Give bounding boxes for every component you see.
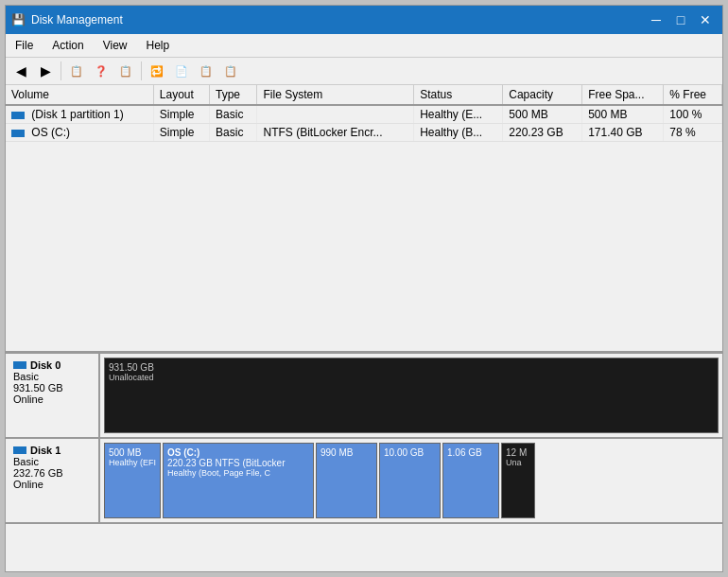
cell-status-1: Healthy (B...	[414, 124, 503, 142]
col-pctfree[interactable]: % Free	[664, 85, 722, 105]
volume-icon-1	[11, 130, 25, 137]
disk-label-1: Disk 1 Basic 232.76 GB Online	[6, 439, 100, 522]
volume-table-pane: Volume Layout Type File System Status Ca…	[6, 85, 722, 354]
cell-volume-1: OS (C:)	[6, 124, 153, 142]
disk-scroll-area[interactable]: Disk 0 Basic 931.50 GB Online 931.50 GB …	[6, 354, 722, 571]
menu-action[interactable]: Action	[43, 36, 93, 55]
toolbar-btn1[interactable]: 📋	[65, 60, 88, 82]
cell-free-0: 500 MB	[582, 105, 664, 124]
table-row[interactable]: OS (C:) Simple Basic NTFS (BitLocker Enc…	[6, 124, 722, 142]
disk-bar-icon-1	[13, 446, 26, 454]
toolbar-btn2[interactable]: ❓	[90, 60, 113, 82]
cell-pct-1: 78 %	[664, 124, 722, 142]
cell-volume-0: (Disk 1 partition 1)	[6, 105, 153, 124]
disk-partitions-0: 931.50 GB Unallocated	[100, 354, 722, 437]
partition-unalloc-0[interactable]: 931.50 GB Unallocated	[104, 358, 719, 433]
toolbar-back[interactable]: ◀	[9, 60, 32, 82]
close-button[interactable]: ✕	[694, 10, 717, 29]
volume-table: Volume Layout Type File System Status Ca…	[6, 85, 722, 142]
table-row[interactable]: (Disk 1 partition 1) Simple Basic Health…	[6, 105, 722, 124]
cell-free-1: 171.40 GB	[582, 124, 664, 142]
menu-help[interactable]: Help	[137, 36, 180, 55]
partition-1gb[interactable]: 1.06 GB	[442, 443, 499, 518]
toolbar-btn3[interactable]: 📋	[114, 60, 137, 82]
main-content: Volume Layout Type File System Status Ca…	[6, 85, 722, 571]
cell-type-1: Basic	[210, 124, 257, 142]
menu-view[interactable]: View	[94, 36, 137, 55]
toolbar-forward[interactable]: ▶	[34, 60, 57, 82]
disk-partitions-1: 500 MB Healthy (EFI OS (C:) 220.23 GB NT…	[100, 439, 722, 522]
toolbar-separator-1	[61, 61, 61, 80]
partition-unalloc-1[interactable]: 12 M Una	[501, 443, 535, 518]
toolbar-btn4[interactable]: 🔁	[146, 60, 168, 82]
disk-bar-icon-0	[13, 361, 26, 369]
disk-label-0: Disk 0 Basic 931.50 GB Online	[6, 354, 100, 437]
col-layout[interactable]: Layout	[153, 85, 209, 105]
cell-layout-0: Simple	[153, 105, 209, 124]
disk-row-1: Disk 1 Basic 232.76 GB Online 500 MB Hea…	[6, 439, 722, 524]
cell-fs-1: NTFS (BitLocker Encr...	[257, 124, 414, 142]
cell-status-0: Healthy (E...	[414, 105, 503, 124]
menu-bar: File Action View Help	[6, 34, 722, 58]
window-title: Disk Management	[31, 13, 123, 26]
col-volume[interactable]: Volume	[6, 85, 153, 105]
partition-990mb[interactable]: 990 MB	[316, 443, 377, 518]
disk-name-1: Disk 1	[13, 445, 91, 456]
toolbar-separator-2	[141, 61, 142, 80]
partition-os-c[interactable]: OS (C:) 220.23 GB NTFS (BitLocker Health…	[163, 443, 314, 518]
partition-10gb[interactable]: 10.00 GB	[379, 443, 441, 518]
toolbar-btn7[interactable]: 📋	[219, 60, 242, 82]
disk-name-0: Disk 0	[13, 359, 91, 371]
col-type[interactable]: Type	[210, 85, 257, 105]
col-free[interactable]: Free Spa...	[582, 85, 664, 105]
disk-view-pane: Disk 0 Basic 931.50 GB Online 931.50 GB …	[6, 354, 722, 571]
cell-layout-1: Simple	[153, 124, 209, 142]
toolbar-btn5[interactable]: 📄	[170, 60, 193, 82]
cell-fs-0	[257, 105, 414, 124]
toolbar: ◀ ▶ 📋 ❓ 📋 🔁 📄 📋 📋	[6, 58, 722, 85]
menu-file[interactable]: File	[6, 36, 43, 55]
col-filesystem[interactable]: File System	[257, 85, 414, 105]
cell-cap-0: 500 MB	[503, 105, 582, 124]
toolbar-btn6[interactable]: 📋	[195, 60, 217, 82]
title-bar: 💾 Disk Management ─ □ ✕	[6, 6, 722, 34]
col-status[interactable]: Status	[414, 85, 503, 105]
maximize-button[interactable]: □	[669, 10, 692, 29]
cell-cap-1: 220.23 GB	[503, 124, 582, 142]
window-icon: 💾	[11, 13, 26, 26]
cell-type-0: Basic	[210, 105, 257, 124]
disk-row-0: Disk 0 Basic 931.50 GB Online 931.50 GB …	[6, 354, 722, 439]
minimize-button[interactable]: ─	[645, 10, 667, 29]
partition-efi-1[interactable]: 500 MB Healthy (EFI	[104, 443, 161, 518]
volume-icon-0	[11, 112, 25, 119]
col-capacity[interactable]: Capacity	[503, 85, 582, 105]
cell-pct-0: 100 %	[664, 105, 722, 124]
title-controls: ─ □ ✕	[645, 10, 717, 29]
